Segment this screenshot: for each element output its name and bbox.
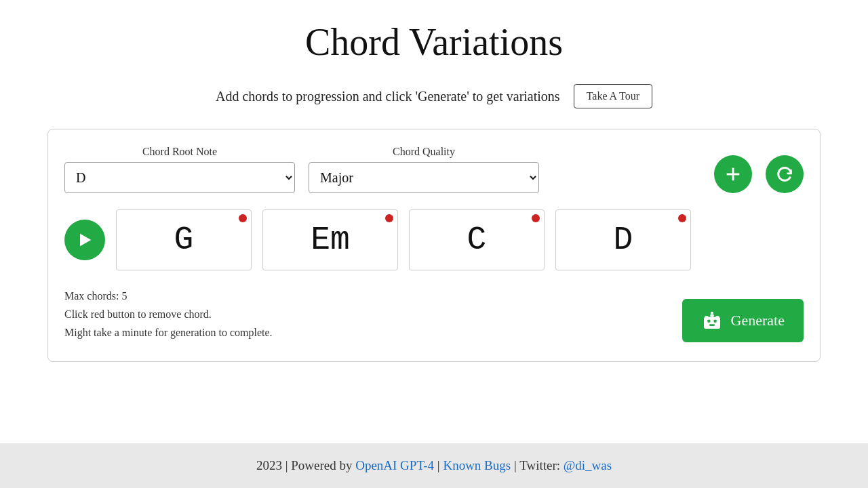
root-note-field: Chord Root Note C C# D D# E F F# G G# A …: [64, 146, 295, 193]
take-tour-button[interactable]: Take A Tour: [574, 84, 652, 108]
chord-card[interactable]: D: [555, 209, 691, 270]
chord-card-label: C: [467, 222, 487, 258]
svg-rect-7: [710, 314, 713, 317]
chord-panel: Chord Root Note C C# D D# E F F# G G# A …: [47, 129, 821, 362]
chord-card[interactable]: Em: [262, 209, 398, 270]
footer: 2023 | Powered by OpenAI GPT-4 | Known B…: [0, 443, 868, 488]
root-note-select[interactable]: C C# D D# E F F# G G# A A# B: [64, 162, 295, 193]
openai-link[interactable]: OpenAI GPT-4: [355, 458, 434, 472]
root-note-label: Chord Root Note: [64, 146, 295, 158]
quality-label: Chord Quality: [309, 146, 539, 158]
hint-max: Max chords: 5: [64, 287, 273, 305]
chord-card-label: D: [614, 222, 633, 258]
footer-sep1: |: [434, 458, 443, 472]
remove-chord-dot[interactable]: [678, 214, 686, 222]
plus-icon: [724, 165, 743, 184]
robot-icon: [701, 310, 723, 331]
generate-label: Generate: [731, 312, 785, 329]
refresh-button[interactable]: [766, 155, 804, 193]
play-icon: [75, 230, 94, 249]
subtitle-text: Add chords to progression and click 'Gen…: [216, 89, 560, 104]
play-button[interactable]: [64, 220, 105, 260]
chord-card-label: Em: [311, 222, 350, 258]
remove-chord-dot[interactable]: [385, 214, 393, 222]
svg-rect-3: [704, 317, 720, 328]
chords-row: G Em C D: [64, 209, 804, 270]
remove-chord-dot[interactable]: [239, 214, 247, 222]
page-title: Chord Variations: [305, 20, 563, 64]
svg-point-8: [711, 311, 713, 314]
twitter-link[interactable]: @di_was: [564, 458, 612, 472]
footer-text-twitter: | Twitter:: [511, 458, 564, 472]
hint-remove: Click red button to remove chord.: [64, 305, 273, 323]
hint-wait: Might take a minute for generation to co…: [64, 323, 273, 342]
svg-marker-2: [80, 234, 91, 247]
footer-text-before: 2023 | Powered by: [256, 458, 355, 472]
svg-rect-6: [709, 324, 715, 326]
svg-rect-4: [707, 319, 710, 322]
generate-button[interactable]: Generate: [682, 299, 804, 342]
chord-card-label: G: [174, 222, 194, 258]
chord-card[interactable]: G: [116, 209, 252, 270]
refresh-icon: [775, 165, 794, 184]
chord-card[interactable]: C: [409, 209, 545, 270]
svg-rect-5: [713, 319, 716, 322]
known-bugs-link[interactable]: Known Bugs: [443, 458, 511, 472]
remove-chord-dot[interactable]: [532, 214, 540, 222]
quality-select[interactable]: Major Minor Dominant 7 Major 7 Minor 7 D…: [309, 162, 539, 193]
add-chord-button[interactable]: [714, 155, 752, 193]
hints-block: Max chords: 5 Click red button to remove…: [64, 287, 273, 342]
quality-field: Chord Quality Major Minor Dominant 7 Maj…: [309, 146, 539, 193]
